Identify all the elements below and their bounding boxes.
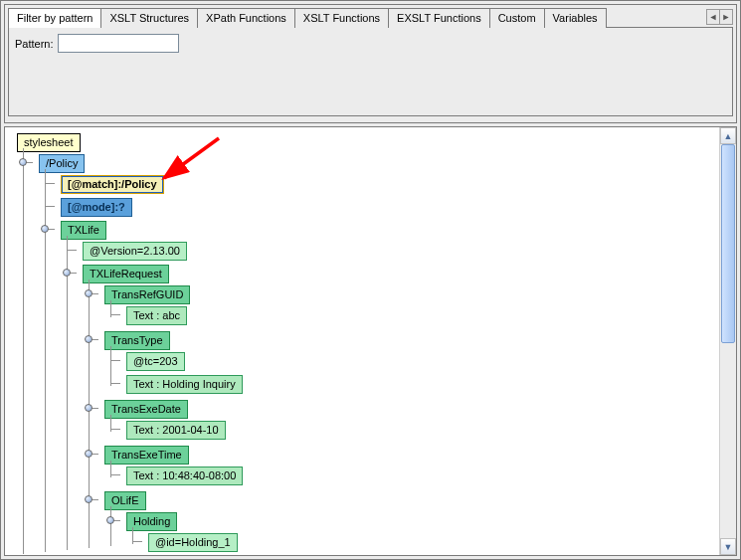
tree-node-version-attr[interactable]: @Version=2.13.00 bbox=[77, 240, 719, 263]
node-label: Text : 2001-04-10 bbox=[126, 421, 226, 440]
vertical-scrollbar[interactable]: ▲ ▼ bbox=[719, 127, 736, 555]
node-label: TransExeTime bbox=[104, 446, 189, 465]
chevron-right-icon: ► bbox=[722, 12, 731, 22]
tab-xslt-functions[interactable]: XSLT Functions bbox=[294, 8, 389, 28]
node-label: TransExeDate bbox=[104, 400, 188, 419]
app-root: Filter by pattern XSLT Structures XPath … bbox=[0, 0, 741, 560]
tab-scroll-left-button[interactable]: ◄ bbox=[706, 9, 720, 25]
pattern-label: Pattern: bbox=[15, 38, 54, 50]
toolbox-panel: Filter by pattern XSLT Structures XPath … bbox=[4, 4, 737, 123]
node-label: Text : Holding Inquiry bbox=[126, 375, 243, 394]
tree-node-transtype-text[interactable]: Text : Holding Inquiry bbox=[120, 373, 719, 396]
tab-scroll-right-button[interactable]: ► bbox=[719, 9, 733, 25]
expand-handle-icon[interactable] bbox=[85, 404, 93, 412]
node-label: [@mode]:? bbox=[61, 198, 132, 217]
scroll-thumb[interactable] bbox=[721, 144, 735, 343]
tree-node-transexedate[interactable]: TransExeDate Text : 2001-04-10 bbox=[98, 398, 719, 444]
tab-custom[interactable]: Custom bbox=[489, 8, 545, 28]
scroll-down-button[interactable]: ▼ bbox=[720, 538, 736, 555]
scroll-up-button[interactable]: ▲ bbox=[720, 127, 736, 144]
tree-node-olife[interactable]: OLifE Holding bbox=[98, 489, 719, 555]
scroll-track[interactable] bbox=[720, 144, 736, 538]
expand-handle-icon[interactable] bbox=[106, 516, 114, 524]
tree-node-holding-id[interactable]: @id=Holding_1 bbox=[142, 531, 719, 554]
tab-filter-by-pattern[interactable]: Filter by pattern bbox=[8, 8, 101, 28]
node-label: stylesheet bbox=[17, 133, 81, 152]
pattern-input[interactable] bbox=[58, 34, 179, 53]
tree-node-transexedate-text[interactable]: Text : 2001-04-10 bbox=[120, 419, 719, 442]
tree-node-policy-template[interactable]: /Policy [@match]:/Policy [@mode]:? bbox=[33, 152, 719, 555]
node-label: @Version=2.13.00 bbox=[83, 242, 187, 261]
tab-variables[interactable]: Variables bbox=[544, 8, 607, 28]
tree-node-transexetime-text[interactable]: Text : 10:48:40-08:00 bbox=[120, 465, 719, 487]
node-label: @tc=203 bbox=[126, 352, 185, 371]
tree-node-transtype[interactable]: TransType @tc=203 bbox=[98, 329, 719, 398]
tree-node-txlife[interactable]: TXLife @Version=2.13.00 bbox=[55, 219, 719, 555]
tree-panel: stylesheet /Policy [@match]:/Policy bbox=[4, 126, 737, 556]
node-label: TransType bbox=[104, 331, 170, 350]
tab-exslt-functions[interactable]: EXSLT Functions bbox=[388, 8, 490, 28]
expand-handle-icon[interactable] bbox=[19, 158, 27, 166]
tree-node-holding[interactable]: Holding @id=Holding_1 bbox=[120, 510, 719, 555]
chevron-down-icon: ▼ bbox=[724, 542, 733, 552]
toolbox-tabstrip: Filter by pattern XSLT Structures XPath … bbox=[8, 8, 733, 28]
tree-viewport[interactable]: stylesheet /Policy [@match]:/Policy bbox=[5, 127, 719, 555]
chevron-left-icon: ◄ bbox=[709, 12, 718, 22]
pattern-row: Pattern: bbox=[15, 34, 726, 53]
expand-handle-icon[interactable] bbox=[85, 495, 93, 503]
result-tree: stylesheet /Policy [@match]:/Policy bbox=[5, 127, 719, 555]
expand-handle-icon[interactable] bbox=[85, 450, 93, 458]
tab-xslt-structures[interactable]: XSLT Structures bbox=[100, 8, 198, 28]
node-label: Text : 10:48:40-08:00 bbox=[126, 467, 243, 485]
tree-node-stylesheet[interactable]: stylesheet /Policy [@match]:/Policy bbox=[11, 131, 719, 555]
expand-handle-icon[interactable] bbox=[63, 269, 71, 277]
node-label: TransRefGUID bbox=[104, 285, 190, 304]
tree-node-transexetime[interactable]: TransExeTime Text : 10:48:40-08:00 bbox=[98, 444, 719, 489]
node-label: @id=Holding_1 bbox=[148, 533, 238, 552]
tab-nav: ◄ ► bbox=[706, 8, 733, 25]
tab-xpath-functions[interactable]: XPath Functions bbox=[197, 8, 295, 28]
node-label: Holding bbox=[126, 512, 177, 531]
tree-node-txliferequest[interactable]: TXLifeRequest TransRefGUID bbox=[77, 263, 719, 555]
node-label: TXLifeRequest bbox=[83, 265, 169, 283]
tree-node-transrefguid-text[interactable]: Text : abc bbox=[120, 304, 719, 327]
expand-handle-icon[interactable] bbox=[41, 225, 49, 233]
expand-handle-icon[interactable] bbox=[85, 289, 93, 297]
filter-by-pattern-page: Pattern: bbox=[8, 27, 733, 116]
tree-node-transrefguid[interactable]: TransRefGUID Text : abc bbox=[98, 283, 719, 329]
tree-node-transtype-tc[interactable]: @tc=203 bbox=[120, 350, 719, 373]
expand-handle-icon[interactable] bbox=[85, 335, 93, 343]
node-label: [@match]:/Policy bbox=[61, 175, 164, 194]
chevron-up-icon: ▲ bbox=[724, 131, 733, 141]
tree-node-match-attr[interactable]: [@match]:/Policy bbox=[55, 173, 719, 196]
tree-node-mode-attr[interactable]: [@mode]:? bbox=[55, 196, 719, 219]
node-label: Text : abc bbox=[126, 306, 187, 325]
